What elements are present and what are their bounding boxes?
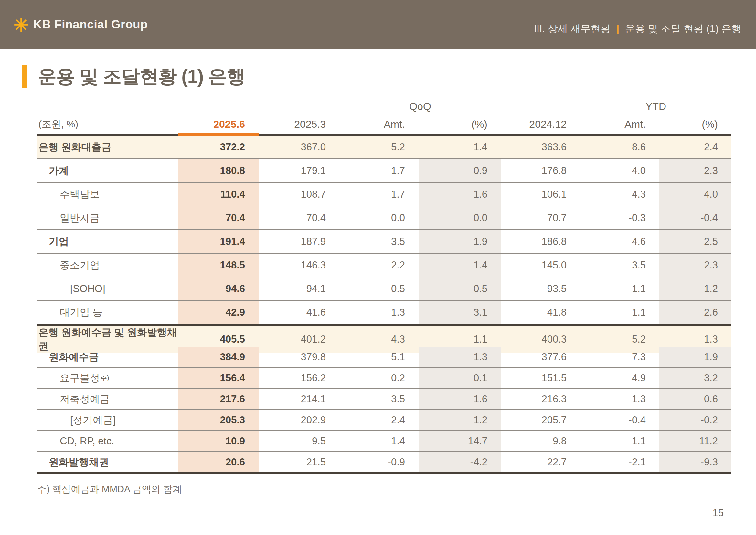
- table-cell: 8.6: [580, 135, 659, 158]
- table-cell: 202.9: [258, 410, 339, 430]
- table-cell: 1.3: [339, 301, 418, 324]
- row-label: [정기예금]: [37, 410, 178, 430]
- table-cell: 3.5: [339, 230, 418, 253]
- table-cell: -0.2: [659, 410, 731, 430]
- table-cell: 1.9: [418, 230, 501, 253]
- row-label: 일반자금: [37, 206, 178, 229]
- table-cell: 148.5: [178, 254, 258, 276]
- table-row: 요구불성주)156.4156.20.20.1151.54.93.2: [37, 368, 731, 389]
- table-cell: 1.7: [339, 159, 418, 182]
- column-header-2024-12: 2024.12: [501, 118, 580, 130]
- table-cell: 2.4: [659, 135, 731, 158]
- row-label: 중소기업: [37, 254, 178, 276]
- table-row: 일반자금70.470.40.00.070.7-0.3-0.4: [37, 206, 731, 230]
- footnote-marker: 주): [100, 374, 109, 382]
- table-row: [SOHO]94.694.10.50.593.51.11.2: [37, 277, 731, 301]
- table-cell: 94.6: [178, 277, 258, 300]
- row-label: 요구불성주): [37, 368, 178, 388]
- table-cell: 1.7: [339, 183, 418, 206]
- table-row: 주택담보110.4108.71.71.6106.14.34.0: [37, 183, 731, 206]
- table-cell: 70.7: [501, 206, 580, 229]
- table-cell: 1.4: [418, 135, 501, 158]
- breadcrumb: III. 상세 재무현황 | 운용 및 조달 현황 (1) 은행: [534, 22, 742, 36]
- table-row: 은행 원화대출금372.2367.05.21.4363.68.62.4: [37, 135, 731, 159]
- table-cell: 41.6: [258, 301, 339, 324]
- table-cell: 1.6: [418, 389, 501, 409]
- table-cell: 42.9: [178, 301, 258, 324]
- group-header-qoq: QoQ: [339, 99, 501, 115]
- table-cell: 1.4: [418, 254, 501, 276]
- table-cell: -2.1: [580, 452, 659, 472]
- table-cell: 1.3: [418, 347, 501, 367]
- table-cell: 110.4: [178, 183, 258, 206]
- column-header-2025-6: 2025.6: [178, 118, 258, 130]
- group-header-ytd: YTD: [580, 99, 731, 115]
- table-cell: 186.8: [501, 230, 580, 253]
- table-cell: 3.5: [580, 254, 659, 276]
- table-cell: 179.1: [258, 159, 339, 182]
- table-cell: 1.3: [580, 389, 659, 409]
- table-cell: -0.4: [659, 206, 731, 229]
- group-header-row: QoQ YTD: [37, 99, 731, 115]
- table-cell: 146.3: [258, 254, 339, 276]
- table-cell: 4.3: [580, 183, 659, 206]
- table-cell: 176.8: [501, 159, 580, 182]
- table-cell: 2.2: [339, 254, 418, 276]
- table-cell: 217.6: [178, 389, 258, 409]
- table-row: 원화발행채권20.621.5-0.9-4.222.7-2.1-9.3: [37, 452, 731, 474]
- table-cell: 3.1: [418, 301, 501, 324]
- table-cell: 214.1: [258, 389, 339, 409]
- table-cell: 70.4: [178, 206, 258, 229]
- table-cell: 3.2: [659, 368, 731, 388]
- table-cell: 108.7: [258, 183, 339, 206]
- table-cell: 2.6: [659, 301, 731, 324]
- table-cell: 20.6: [178, 452, 258, 472]
- table-cell: 4.9: [580, 368, 659, 388]
- kb-logo: ✳ KB Financial Group: [14, 15, 148, 34]
- page-number: 15: [713, 507, 724, 519]
- table-row: [정기예금]205.3202.92.41.2205.7-0.4-0.2: [37, 410, 731, 431]
- table-cell: 94.1: [258, 277, 339, 300]
- table-cell: 205.7: [501, 410, 580, 430]
- column-header-row: (조원, %) 2025.6 2025.3 Amt. (%) 2024.12 A…: [37, 115, 731, 134]
- table-cell: 2.3: [659, 159, 731, 182]
- table-cell: 9.5: [258, 431, 339, 451]
- row-label: CD, RP, etc.: [37, 431, 178, 451]
- title-accent-bar: [22, 65, 27, 88]
- unit-label: (조원, %): [37, 118, 178, 131]
- table-cell: 1.1: [580, 431, 659, 451]
- table-row: 원화예수금384.9379.85.11.3377.67.31.9: [37, 347, 731, 368]
- breadcrumb-divider-icon: |: [616, 23, 619, 35]
- table-cell: 145.0: [501, 254, 580, 276]
- row-label: 저축성예금: [37, 389, 178, 409]
- page-title: 운용 및 조달현황 (1) 은행: [38, 64, 245, 89]
- highlight-underline-bar: [178, 133, 258, 136]
- table-cell: 151.5: [501, 368, 580, 388]
- table-cell: 0.2: [339, 368, 418, 388]
- breadcrumb-section: III. 상세 재무현황: [534, 22, 611, 36]
- column-header-ytd-amt: Amt.: [580, 118, 659, 130]
- table-body: 은행 원화대출금372.2367.05.21.4363.68.62.4가계180…: [37, 135, 731, 474]
- table-cell: 191.4: [178, 230, 258, 253]
- row-label: [SOHO]: [37, 277, 178, 300]
- title-block: 운용 및 조달현황 (1) 은행: [22, 64, 245, 89]
- table-row: 가계180.8179.11.70.9176.84.02.3: [37, 159, 731, 183]
- table-row: 저축성예금217.6214.13.51.6216.31.30.6: [37, 389, 731, 410]
- table-cell: 0.0: [339, 206, 418, 229]
- table-cell: 216.3: [501, 389, 580, 409]
- group-spacer: [501, 99, 580, 115]
- table-cell: 21.5: [258, 452, 339, 472]
- table-cell: 156.2: [258, 368, 339, 388]
- table-cell: 4.0: [659, 183, 731, 206]
- table-cell: 10.9: [178, 431, 258, 451]
- row-label: 기업: [37, 230, 178, 253]
- financial-table: QoQ YTD (조원, %) 2025.6 2025.3 Amt. (%) 2…: [37, 99, 731, 474]
- table-cell: 1.2: [659, 277, 731, 300]
- table-cell: 187.9: [258, 230, 339, 253]
- column-header-2025-3: 2025.3: [258, 118, 339, 130]
- table-cell: 0.5: [339, 277, 418, 300]
- table-cell: 22.7: [501, 452, 580, 472]
- column-header-ytd-pct: (%): [659, 118, 731, 130]
- table-cell: 1.1: [580, 301, 659, 324]
- row-label: 주택담보: [37, 183, 178, 206]
